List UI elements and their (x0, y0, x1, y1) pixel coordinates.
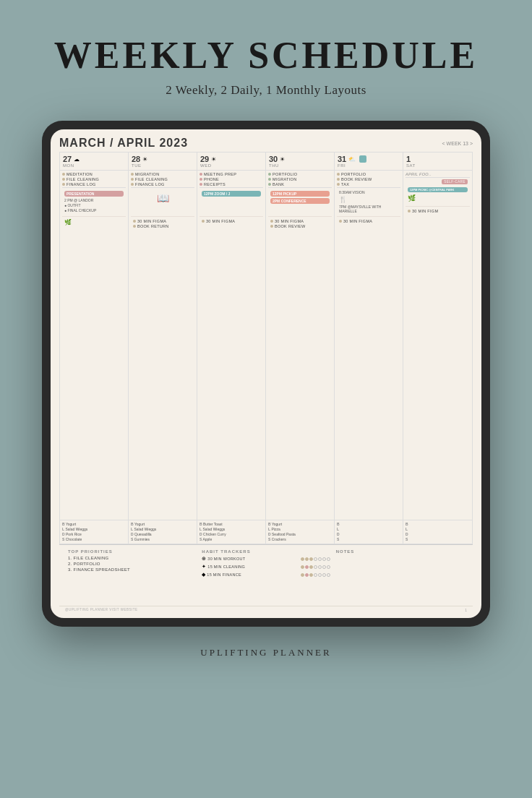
figma-row-tue: 30 MIN FIGMA BOOK RETURN (131, 216, 194, 231)
task-dot (408, 210, 411, 213)
notes-title: NOTES (336, 549, 464, 554)
meal-section-thu: B Yogurt L Pizza D Seafood Pasta S Crack… (266, 520, 334, 544)
meal-section-tue: B Yogurt L Salad Wieggs D Quesadilla S G… (129, 520, 197, 544)
meal-row: S (337, 537, 400, 541)
weather-icon-mon: ☁ (74, 156, 80, 163)
day-header-sat: 1 SAT (403, 153, 472, 171)
day-tasks-wed: MEETING PREP PHONE RECEIPTS 12PM ZOOM / … (197, 171, 265, 520)
cleaning-icon: ✦ (202, 564, 206, 570)
calendar-grid: 27 ☁ MON MEDITATION FILE CLEANING (59, 152, 473, 544)
meal-row: B Butter Toast (200, 522, 263, 526)
task-text: 30 MIN FIGMA (206, 219, 235, 223)
meal-row: L Pizza (268, 527, 332, 531)
habit-label: 30 MIN WORKOUT (207, 557, 299, 561)
finance-icon: ◆ (202, 572, 205, 578)
habit-dot (327, 565, 330, 569)
planner-content: MARCH / APRIL 2023 < WEEK 13 > 27 ☁ MON (51, 129, 481, 618)
day-header-thu: 30 ☀ THU (266, 153, 334, 171)
meal-row: D Chicken Curry (200, 532, 263, 536)
habit-dot (314, 557, 317, 561)
bottom-brand-label: UPLIFTING PLANNER (200, 647, 331, 658)
day-name-sat: SAT (406, 163, 469, 168)
task-dot (131, 178, 134, 181)
meal-row: B (406, 522, 470, 526)
task-item: PORTFOLIO (268, 172, 332, 176)
meal-row: L (406, 527, 470, 531)
meal-row: D Pork Rice (62, 532, 126, 536)
task-item: april foo.. (406, 172, 470, 176)
week-nav[interactable]: < WEEK 13 > (442, 141, 473, 146)
task-item: MEETING PREP (200, 172, 263, 176)
habit-item: ◆ 15 MIN FINANCE (202, 572, 330, 578)
weather-icon-fri: ⛅ (348, 156, 356, 163)
task-text: RECEIPTS (204, 182, 226, 186)
task-dot (270, 220, 273, 223)
task-text: 30 MIN FIGMA (275, 219, 304, 223)
habit-dot (322, 557, 326, 561)
day-number-thu: 30 (269, 155, 278, 163)
meal-section-sat: B L D S (403, 520, 472, 544)
day-col-sat: 1 SAT april foo.. SELF-CARE 12PM PICNIC … (403, 153, 472, 544)
meal-row: B (337, 522, 400, 526)
day-number-sat: 1 (406, 155, 411, 163)
meal-row: D (406, 532, 470, 536)
task-text: 30 MIN FIGMA (343, 219, 372, 223)
figma-row-wed: 30 MIN FIGMA (200, 216, 263, 226)
meal-row: S Apple (200, 537, 263, 541)
month-title: MARCH / APRIL 2023 (59, 137, 188, 150)
task-item: RECEIPTS (200, 182, 263, 186)
day-tasks-tue: MIGRATION FILE CLEANING FINANCE LOG 📖 (129, 171, 197, 520)
task-item: BANK (268, 182, 332, 186)
task-item: TAX (337, 182, 400, 186)
meal-row: D Quesadilla (131, 532, 194, 536)
task-dot (268, 183, 271, 186)
bottom-section: TOP PRIORITIES 1. FILE CLEANING 2. PORTF… (59, 544, 473, 606)
task-text: TAX (341, 182, 349, 186)
footer-brand: @UPLIFTING PLANNER VISIT WEBSITE (65, 608, 138, 612)
task-item: MIGRATION (131, 172, 194, 176)
event-section-tue: 📖 (131, 187, 194, 216)
task-dot (62, 183, 65, 186)
task-dot (62, 173, 65, 176)
task-item: 30 MIN FIGMA (202, 219, 261, 223)
task-item: 30 MIN FIGMA (133, 219, 192, 223)
task-text: BOOK REVIEW (275, 224, 305, 228)
meal-section-wed: B Butter Toast L Salad Wieggs D Chicken … (197, 520, 265, 544)
day-tasks-fri: PORTFOLIO BOOK REVIEW TAX 8:30AM VISION (335, 171, 403, 520)
subtitle: 2 Weekly, 2 Daily, 1 Monthly Layouts (54, 83, 478, 98)
meal-row: S Gummies (131, 537, 194, 541)
task-dot (268, 178, 271, 181)
meal-row: D Seafood Pasta (268, 532, 332, 536)
event-badge: 12PM ZOOM / J (202, 191, 261, 197)
task-dot (133, 225, 136, 228)
task-dot (200, 178, 202, 181)
habit-dot (309, 557, 313, 561)
weather-icon-thu: ☀ (280, 156, 285, 163)
day-col-mon: 27 ☁ MON MEDITATION FILE CLEANING (60, 153, 129, 544)
task-text: FINANCE LOG (135, 182, 165, 186)
habit-dots (301, 573, 330, 577)
task-text: 30 MIN FIGMA (137, 219, 166, 223)
task-item: FILE CLEANING (131, 177, 194, 181)
habit-dot (301, 557, 304, 561)
event-section-sat: SELF-CARE 12PM PICNIC @CENTRAL PARK 🌿 (406, 177, 470, 206)
event-section-fri: 8:30AM VISION 🍴 7PM @MAYSVILLE WITH MARI… (337, 187, 400, 216)
task-dot (131, 183, 134, 186)
task-text: BANK (273, 182, 284, 186)
planner-footer: @UPLIFTING PLANNER VISIT WEBSITE 1 (59, 606, 473, 614)
meal-row: S Chocolate (62, 537, 126, 541)
task-item: FILE CLEANING (62, 177, 126, 181)
task-text: BOOK REVIEW (341, 177, 372, 181)
task-item: 30 MIN FIGM (408, 209, 468, 213)
habit-dot (318, 557, 322, 561)
meal-row: L Salad Wieggs (131, 527, 194, 531)
figma-row-sat: 30 MIN FIGM (406, 206, 470, 216)
task-dot (339, 220, 342, 223)
habit-label: 15 MIN CLEANING (207, 565, 299, 569)
event-text: 7PM @MAYSVILLE WITH MARIELLE (339, 205, 398, 213)
event-text: ● FINAL CHECKUP (64, 208, 124, 213)
main-title: WEEKLY SCHEDULE (54, 35, 478, 76)
task-item: BOOK RETURN (133, 224, 192, 228)
day-tasks-thu: PORTFOLIO MIGRATION BANK 12PM PICKUP (266, 171, 334, 520)
event-badge: 2PM CONFERENCE (270, 198, 330, 204)
